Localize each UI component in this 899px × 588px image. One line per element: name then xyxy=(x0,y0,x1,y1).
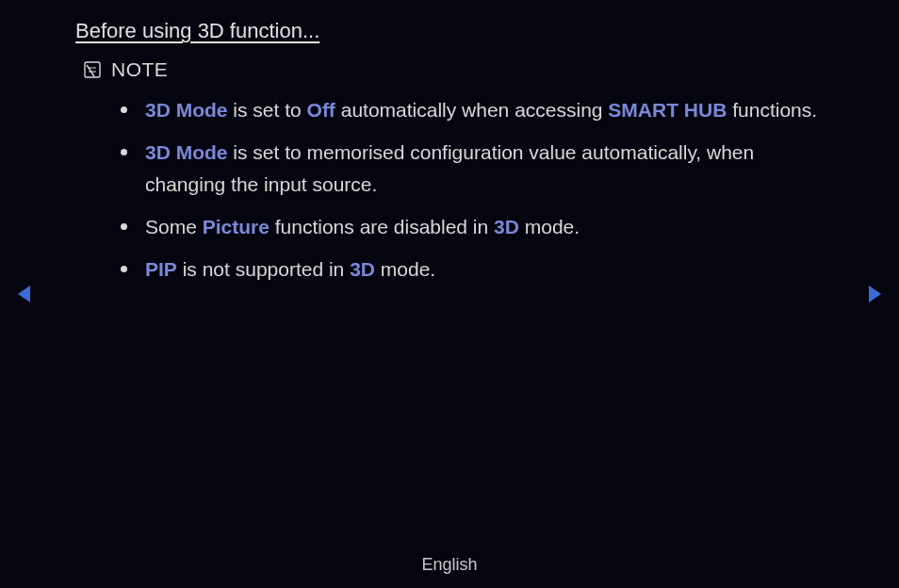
highlight-term: 3D Mode xyxy=(145,141,228,163)
highlight-term: SMART HUB xyxy=(608,99,727,121)
body-text: Some xyxy=(145,216,203,237)
triangle-right-icon xyxy=(866,284,883,304)
highlight-term: 3D xyxy=(494,216,519,237)
highlight-term: Picture xyxy=(203,216,270,237)
body-text: is not supported in xyxy=(177,258,350,280)
highlight-term: PIP xyxy=(145,258,177,280)
body-text: is set to memorised configuration value … xyxy=(145,141,754,196)
nav-prev-button[interactable] xyxy=(13,283,36,305)
highlight-term: 3D xyxy=(350,258,375,280)
svg-marker-4 xyxy=(18,286,30,302)
list-item: PIP is not supported in 3D mode. xyxy=(121,253,824,286)
triangle-left-icon xyxy=(16,284,33,304)
list-item: Some Picture functions are disabled in 3… xyxy=(121,211,824,244)
body-text: mode. xyxy=(519,216,580,237)
list-item: 3D Mode is set to Off automatically when… xyxy=(121,94,824,127)
svg-rect-0 xyxy=(85,62,100,77)
svg-marker-5 xyxy=(869,286,881,302)
note-row: NOTE xyxy=(83,58,824,81)
nav-next-button[interactable] xyxy=(863,283,886,305)
list-item: 3D Mode is set to memorised configuratio… xyxy=(121,137,824,202)
body-text: functions. xyxy=(727,99,817,121)
svg-line-1 xyxy=(87,65,94,76)
note-icon xyxy=(83,60,102,79)
body-text: is set to xyxy=(228,99,307,121)
bullet-list: 3D Mode is set to Off automatically when… xyxy=(121,94,824,286)
body-text: automatically when accessing xyxy=(335,99,608,121)
section-heading: Before using 3D function... xyxy=(75,19,824,43)
body-text: mode. xyxy=(375,258,435,280)
highlight-term: 3D Mode xyxy=(145,99,228,121)
body-text: functions are disabled in xyxy=(270,216,494,237)
highlight-term: Off xyxy=(307,99,335,121)
footer-language: English xyxy=(0,555,899,575)
note-label: NOTE xyxy=(111,58,168,81)
